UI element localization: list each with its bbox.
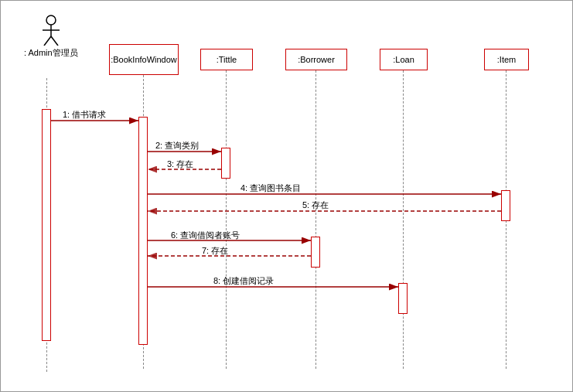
svg-point-0 [46, 15, 56, 25]
svg-line-3 [44, 36, 51, 46]
msg-3-label: 3: 存在 [167, 159, 193, 170]
sequence-diagram: : Admin管理员 :BookInfoWindow :Tittle :Borr… [0, 0, 573, 392]
lifeline-bookinfo: :BookInfoWindow [109, 44, 179, 75]
svg-line-4 [51, 36, 58, 46]
msg-4-label: 4: 查询图书条目 [240, 182, 301, 194]
msg-1-label: 1: 借书请求 [63, 109, 106, 121]
msg-6-label: 6: 查询借阅者账号 [171, 230, 240, 241]
lifeline-tittle: :Tittle [200, 49, 253, 70]
msg-8-label: 8: 创建借阅记录 [213, 275, 274, 287]
lifeline-item: :Item [484, 49, 529, 70]
lifeline-loan: :Loan [380, 49, 428, 70]
actor-admin: : Admin管理员 [24, 15, 78, 59]
msg-2-label: 2: 查询类别 [155, 140, 199, 152]
actor-admin-label: : Admin管理员 [24, 47, 78, 59]
msg-7-label: 7: 存在 [202, 245, 228, 257]
lifeline-borrower: :Borrower [285, 49, 347, 70]
msg-5-label: 5: 存在 [302, 199, 329, 211]
